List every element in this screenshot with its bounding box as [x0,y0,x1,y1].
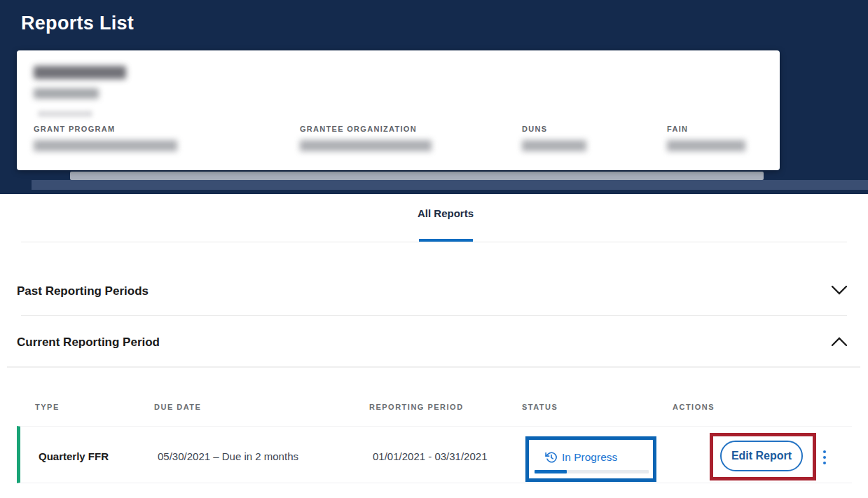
grant-program-value-redacted [34,140,177,151]
reporting-period-cell: 01/01/2021 - 03/31/2021 [373,450,487,462]
grantee-organization-value-redacted [300,140,432,151]
status-progress-bar [535,470,649,473]
grant-summary-card: GRANT PROGRAM GRANTEE ORGANIZATION DUNS … [17,50,780,170]
page-header: Reports List GRANT PROGRAM GRANTEE ORGAN… [0,0,868,194]
section-divider [7,366,860,368]
horizontal-scrollbar[interactable] [70,172,764,180]
actions-highlight-box: Edit Report [710,433,816,480]
column-header-due-date: DUE DATE [154,403,201,411]
duns-value-redacted [522,140,586,151]
column-header-actions: ACTIONS [673,403,715,411]
history-icon [545,451,558,464]
grant-number-redacted [34,66,126,79]
reports-list-page: Reports List GRANT PROGRAM GRANTEE ORGAN… [0,0,868,498]
fain-label: FAIN [667,125,688,133]
duns-label: DUNS [522,125,547,133]
column-header-reporting-period: REPORTING PERIOD [369,403,464,411]
progress-fill [535,470,567,473]
tab-all-reports[interactable]: All Reports [392,207,499,219]
active-tab-underline [419,239,473,242]
grant-meta-redacted [38,111,92,117]
fain-value-redacted [667,140,745,151]
chevron-down-icon[interactable] [829,282,850,299]
status-highlight-box: In Progress [525,436,656,482]
status-badge: In Progress [529,440,653,478]
header-background-strip [32,180,868,190]
column-header-status: STATUS [522,403,558,411]
kebab-menu-icon[interactable] [819,448,830,467]
table-row: Quarterly FFR 05/30/2021 – Due in 2 mont… [17,426,852,483]
tab-bar-divider [21,242,847,242]
section-past-reporting-periods[interactable]: Past Reporting Periods [17,284,149,298]
grantee-organization-label: GRANTEE ORGANIZATION [300,125,417,133]
edit-report-button[interactable]: Edit Report [720,441,803,471]
report-type-cell: Quarterly FFR [39,450,109,462]
column-header-type: TYPE [35,403,60,411]
page-title: Reports List [21,13,134,34]
grant-program-label: GRANT PROGRAM [34,125,116,133]
status-label: In Progress [562,451,617,464]
due-date-cell: 05/30/2021 – Due in 2 months [158,450,298,462]
section-current-reporting-period[interactable]: Current Reporting Period [17,336,160,350]
grant-subtitle-redacted [34,88,99,99]
section-divider [21,315,847,316]
chevron-up-icon[interactable] [829,334,850,351]
